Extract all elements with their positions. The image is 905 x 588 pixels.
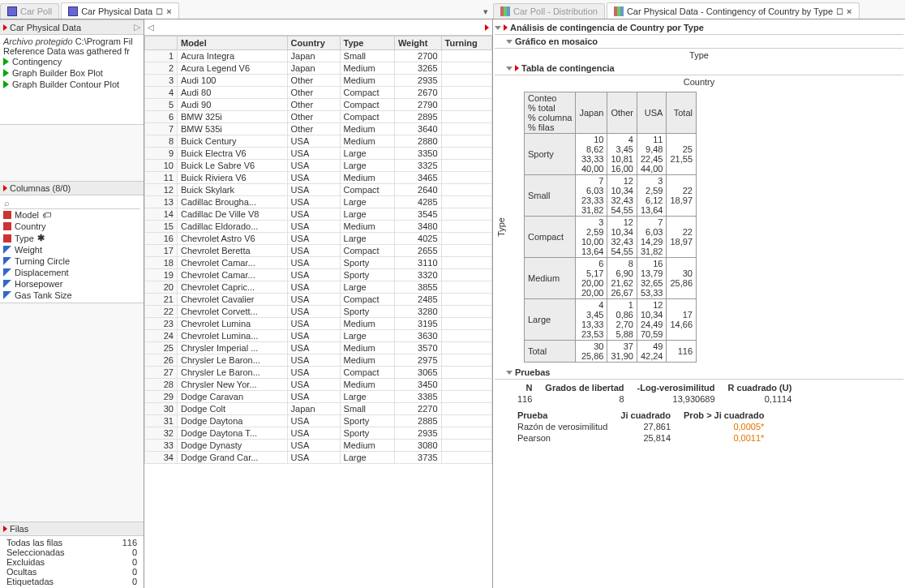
star-icon: ✱ [37,233,45,243]
reference-note: Reference Data was gathered fr [3,46,140,56]
close-icon[interactable]: × [847,6,851,16]
table-row[interactable]: 24Chevrolet Lumina...USALarge3630 [145,330,492,342]
red-triangle-icon[interactable] [515,65,519,71]
contingency-table: Conteo% total% columna% filasJapanOtherU… [524,92,697,363]
tab-car-poll[interactable]: Car Poll [0,3,59,19]
column-item[interactable]: Horsepower [3,278,140,290]
row-stat: Excluidas0 [3,557,140,567]
red-triangle-icon[interactable] [3,526,7,532]
table-row[interactable]: 4Audi 80OtherCompact2670 [145,87,492,99]
table-row[interactable]: 20Chevrolet Capric...USALarge3855 [145,281,492,294]
report-icon [614,6,624,16]
table-icon [68,6,78,16]
continuous-icon [3,280,11,288]
protected-label: Archivo protegido [3,36,73,46]
column-search-input[interactable] [3,197,140,209]
table-row[interactable]: 10Buick Le Sabre V6USALarge3325 [145,160,492,172]
tab-car-physical-data[interactable]: Car Physical Data ◻ × [61,2,178,19]
row-stat: Ocultas0 [3,567,140,577]
table-row[interactable]: 15Cadillac Eldorado...USAMedium3480 [145,221,492,233]
table-row[interactable]: 5Audi 90OtherCompact2790 [145,99,492,111]
script-item[interactable]: Graph Builder Box Plot [3,67,140,79]
table-row[interactable]: 13Cadillac Brougha...USALarge4285 [145,196,492,208]
column-item[interactable]: Weight [3,244,140,255]
table-row[interactable]: 22Chevrolet Corvett...USASporty3280 [145,306,492,318]
ctg-y-axis: Type [495,216,508,238]
table-row[interactable]: 11Buick Riviera V6USAMedium3465 [145,172,492,184]
column-item[interactable]: Turning Circle [3,255,140,267]
col-header[interactable]: Model [178,36,288,50]
continuous-icon [3,268,11,277]
table-row[interactable]: 16Chevrolet Astro V6USALarge4025 [145,233,492,245]
column-item[interactable]: Type ✱ [3,232,140,244]
play-icon[interactable]: ▷ [134,22,140,32]
red-triangle-icon[interactable] [485,24,489,31]
popout-icon[interactable]: ◻ [156,6,163,16]
table-row[interactable]: 19Chevrolet Camar...USASporty3320 [145,269,492,281]
mosaic-x-label: Type [495,49,903,62]
table-row[interactable]: 18Chevrolet Camar...USASporty3110 [145,257,492,269]
table-row[interactable]: 1Acura IntegraJapanSmall2700 [145,50,492,62]
column-item[interactable]: Gas Tank Size [3,290,140,301]
tab-menu-icon[interactable]: ▾ [478,5,493,19]
table-row[interactable]: 27Chrysler Le Baron...USACompact3065 [145,367,492,379]
table-row[interactable]: 30Dodge ColtJapanSmall2270 [145,403,492,415]
table-row[interactable]: 9Buick Electra V6USALarge3350 [145,148,492,160]
table-info-header[interactable]: Car Physical Data▷ [0,19,144,35]
col-header[interactable]: Country [287,36,340,50]
disclosure-icon[interactable] [506,371,513,375]
column-item[interactable]: Displacement [3,267,140,278]
red-triangle-icon[interactable] [3,185,7,191]
columns-header[interactable]: Columnas (8/0) [0,181,144,195]
table-row[interactable]: 8Buick CenturyUSAMedium2880 [145,135,492,148]
table-row[interactable]: 14Cadillac De Ville V8USALarge3545 [145,208,492,221]
table-row[interactable]: 32Dodge Daytona T...USASporty2935 [145,427,492,440]
continuous-icon [3,246,11,254]
table-row[interactable]: 2Acura Legend V6JapanMedium3265 [145,62,492,75]
close-icon[interactable]: × [166,6,171,16]
disclosure-icon[interactable] [506,67,513,71]
table-row[interactable]: 6BMW 325iOtherCompact2895 [145,111,492,123]
disclosure-icon[interactable] [506,40,513,44]
table-row[interactable]: 12Buick SkylarkUSACompact2640 [145,184,492,196]
mosaic-title: Gráfico en mosaico [515,36,598,46]
table-row[interactable]: 25Chrysler Imperial ...USAMedium3570 [145,342,492,354]
table-row[interactable]: 3Audi 100OtherMedium2935 [145,75,492,87]
table-row[interactable]: 34Dodge Grand Car...USALarge3735 [145,452,492,464]
tab-contingency[interactable]: Car Physical Data - Contingency of Count… [607,2,860,19]
column-item[interactable]: Model 🏷 [3,209,140,221]
red-triangle-icon[interactable] [504,24,508,31]
table-row[interactable]: 28Chrysler New Yor...USAMedium3450 [145,379,492,391]
red-triangle-icon[interactable] [3,24,7,31]
tests-detail-table: Prueba Ji cuadrado Prob > Ji cuadrado Ra… [511,410,770,444]
analysis-title: Análisis de contingencia de Country por … [510,23,704,32]
table-row[interactable]: 17Chevrolet BerettaUSACompact2655 [145,245,492,257]
table-row[interactable]: 31Dodge DaytonaUSASporty2885 [145,415,492,427]
data-table[interactable]: ModelCountryTypeWeightTurning 1Acura Int… [144,36,492,464]
row-stat: Etiquetadas0 [3,577,140,586]
col-header[interactable]: Type [340,36,394,50]
column-item[interactable]: Country [3,221,140,232]
table-row[interactable]: 21Chevrolet CavalierUSACompact2485 [145,294,492,306]
table-row[interactable]: 29Dodge CaravanUSALarge3385 [145,391,492,403]
play-icon [3,58,9,66]
col-header[interactable]: Weight [394,36,441,50]
scroll-left-icon[interactable]: ◁ [148,23,154,32]
script-item[interactable]: Graph Builder Contour Plot [3,79,140,90]
table-row[interactable]: 23Chevrolet LuminaUSAMedium3195 [145,318,492,330]
table-icon [7,6,17,16]
col-header[interactable]: Turning [441,36,491,50]
ctg-x-axis: Country [495,75,903,88]
disclosure-icon[interactable] [495,26,501,30]
col-header[interactable] [145,36,178,50]
table-row[interactable]: 26Chrysler Le Baron...USAMedium2975 [145,354,492,367]
play-icon [3,69,9,77]
tab-distribution[interactable]: Car Poll - Distribution [493,3,605,19]
popout-icon[interactable]: ◻ [836,6,843,16]
table-row[interactable]: 7BMW 535iOtherMedium3640 [145,123,492,135]
rows-header[interactable]: Filas [0,521,144,536]
script-item[interactable]: Contingency [3,56,140,67]
table-row[interactable]: 33Dodge DynastyUSAMedium3080 [145,440,492,452]
label-icon: 🏷 [42,210,51,220]
row-stat: Seleccionadas0 [3,547,140,557]
